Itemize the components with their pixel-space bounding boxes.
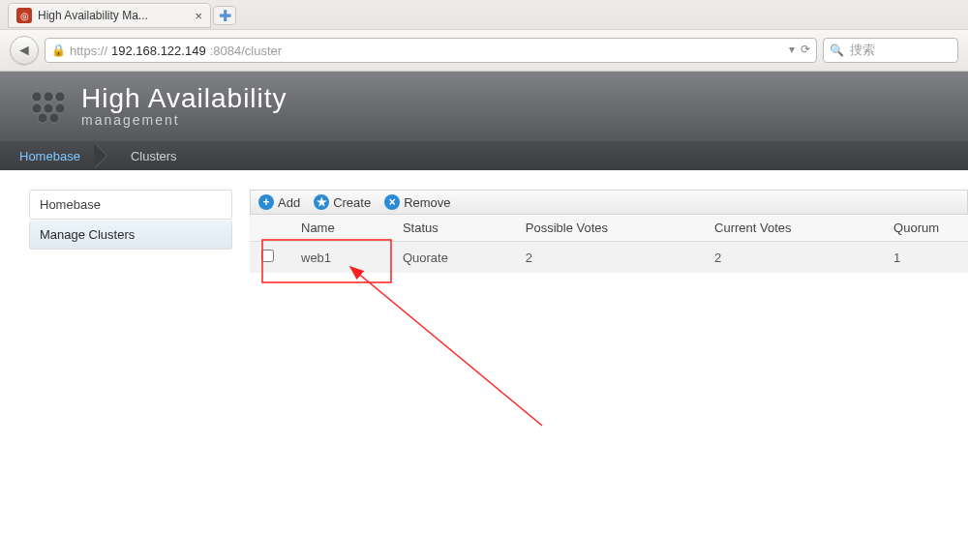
breadcrumb-home[interactable]: Homebase — [0, 141, 100, 170]
chevron-down-icon[interactable]: ▾ — [789, 43, 795, 56]
cell-current-votes: 2 — [703, 242, 882, 274]
app-logo-icon — [29, 89, 68, 124]
col-status[interactable]: Status — [391, 215, 514, 242]
search-placeholder: 捜索 — [850, 42, 875, 59]
button-label: Create — [333, 195, 371, 210]
plus-circle-icon: + — [258, 194, 274, 210]
app-subtitle: management — [81, 112, 287, 128]
remove-button[interactable]: × Remove — [384, 194, 450, 210]
search-input[interactable]: 🔍 捜索 — [823, 38, 958, 63]
tab-title: High Availability Ma... — [38, 9, 189, 22]
new-tab-button[interactable]: ✚ — [213, 6, 236, 25]
svg-point-6 — [38, 113, 47, 123]
x-circle-icon: × — [384, 194, 400, 210]
cluster-table: Name Status Possible Votes Current Votes… — [250, 215, 968, 273]
cell-possible-votes: 2 — [514, 242, 703, 274]
sidebar-item-manage-clusters[interactable]: Manage Clusters — [29, 221, 232, 250]
svg-point-3 — [32, 103, 42, 113]
col-name[interactable]: Name — [289, 215, 391, 242]
breadcrumb-sep-icon — [100, 141, 111, 170]
content: + Add ★ Create × Remove Name Stat — [250, 190, 968, 560]
svg-point-7 — [49, 113, 59, 123]
toolbar: + Add ★ Create × Remove — [250, 190, 968, 215]
sidebar: Homebase Manage Clusters — [29, 190, 232, 560]
row-checkbox[interactable] — [261, 250, 274, 262]
table-row[interactable]: web1 Quorate 2 2 1 — [250, 242, 968, 274]
create-button[interactable]: ★ Create — [314, 194, 371, 210]
address-bar[interactable]: 🔒 https:// 192.168.122.149 :8084/cluster… — [45, 38, 817, 63]
svg-point-2 — [55, 92, 65, 102]
back-button[interactable]: ◄ — [10, 36, 39, 65]
sidebar-item-homebase[interactable]: Homebase — [29, 190, 232, 220]
main-area: Homebase Manage Clusters + Add ★ Create … — [0, 170, 968, 560]
breadcrumb: Homebase Clusters — [0, 141, 968, 170]
app-header: High Availability management — [0, 72, 968, 141]
add-button[interactable]: + Add — [258, 194, 300, 210]
magnifier-icon: 🔍 — [830, 44, 844, 57]
cell-name[interactable]: web1 — [301, 251, 331, 265]
sidebar-item-label: Homebase — [40, 197, 101, 212]
button-label: Remove — [404, 195, 450, 210]
cell-status: Quorate — [391, 242, 514, 274]
app-title: High Availability — [81, 85, 287, 112]
lock-icon: 🔒 — [51, 44, 66, 57]
cell-quorum: 1 — [882, 242, 968, 274]
browser-tab[interactable]: ◎ High Availability Ma... × — [8, 3, 211, 28]
tab-close-icon[interactable]: × — [195, 9, 202, 23]
app-root: High Availability management Homebase Cl… — [0, 72, 968, 560]
plus-icon: ✚ — [219, 7, 231, 25]
reload-icon[interactable]: ⟳ — [801, 43, 810, 56]
breadcrumb-current: Clusters — [111, 141, 197, 170]
svg-point-5 — [55, 103, 65, 113]
browser-chrome: ◎ High Availability Ma... × ✚ ◄ 🔒 https:… — [0, 0, 968, 72]
url-bar-row: ◄ 🔒 https:// 192.168.122.149 :8084/clust… — [0, 29, 968, 71]
star-circle-icon: ★ — [314, 194, 329, 210]
url-rest: :8084/cluster — [210, 44, 282, 58]
svg-point-1 — [44, 92, 53, 102]
svg-point-4 — [44, 103, 53, 113]
col-possible-votes[interactable]: Possible Votes — [514, 215, 703, 242]
url-host: 192.168.122.149 — [111, 44, 206, 58]
url-protocol: https:// — [70, 44, 107, 58]
sidebar-item-label: Manage Clusters — [40, 227, 135, 242]
col-current-votes[interactable]: Current Votes — [703, 215, 882, 242]
button-label: Add — [278, 195, 300, 210]
favicon-icon: ◎ — [16, 8, 32, 23]
col-quorum[interactable]: Quorum — [882, 215, 968, 242]
tab-strip: ◎ High Availability Ma... × ✚ — [0, 0, 968, 29]
svg-point-0 — [32, 92, 42, 102]
arrow-left-icon: ◄ — [16, 42, 32, 59]
